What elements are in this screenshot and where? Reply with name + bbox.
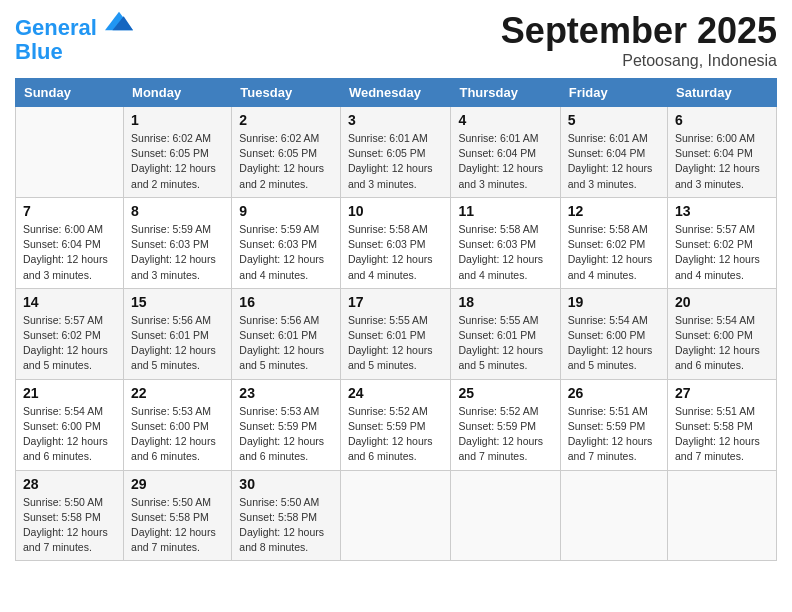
day-number: 15 bbox=[131, 294, 224, 310]
calendar-day-cell: 22Sunrise: 5:53 AMSunset: 6:00 PMDayligh… bbox=[124, 379, 232, 470]
title-area: September 2025 Petoosang, Indonesia bbox=[501, 10, 777, 70]
day-number: 2 bbox=[239, 112, 333, 128]
calendar-day-cell: 21Sunrise: 5:54 AMSunset: 6:00 PMDayligh… bbox=[16, 379, 124, 470]
day-number: 9 bbox=[239, 203, 333, 219]
calendar-day-cell: 8Sunrise: 5:59 AMSunset: 6:03 PMDaylight… bbox=[124, 197, 232, 288]
day-of-week-header: Thursday bbox=[451, 79, 560, 107]
day-info: Sunrise: 6:00 AMSunset: 6:04 PMDaylight:… bbox=[675, 131, 769, 192]
calendar-day-cell: 24Sunrise: 5:52 AMSunset: 5:59 PMDayligh… bbox=[340, 379, 451, 470]
calendar-day-cell: 6Sunrise: 6:00 AMSunset: 6:04 PMDaylight… bbox=[668, 107, 777, 198]
calendar-day-cell: 14Sunrise: 5:57 AMSunset: 6:02 PMDayligh… bbox=[16, 288, 124, 379]
day-of-week-header: Saturday bbox=[668, 79, 777, 107]
calendar-day-cell bbox=[560, 470, 667, 561]
logo-general: General bbox=[15, 15, 97, 40]
logo-blue: Blue bbox=[15, 39, 63, 64]
location-subtitle: Petoosang, Indonesia bbox=[501, 52, 777, 70]
day-info: Sunrise: 6:00 AMSunset: 6:04 PMDaylight:… bbox=[23, 222, 116, 283]
calendar-table: SundayMondayTuesdayWednesdayThursdayFrid… bbox=[15, 78, 777, 561]
day-number: 4 bbox=[458, 112, 552, 128]
day-number: 26 bbox=[568, 385, 660, 401]
calendar-day-cell: 16Sunrise: 5:56 AMSunset: 6:01 PMDayligh… bbox=[232, 288, 341, 379]
day-info: Sunrise: 5:57 AMSunset: 6:02 PMDaylight:… bbox=[23, 313, 116, 374]
day-number: 28 bbox=[23, 476, 116, 492]
day-info: Sunrise: 5:55 AMSunset: 6:01 PMDaylight:… bbox=[458, 313, 552, 374]
day-info: Sunrise: 5:59 AMSunset: 6:03 PMDaylight:… bbox=[239, 222, 333, 283]
day-info: Sunrise: 6:02 AMSunset: 6:05 PMDaylight:… bbox=[131, 131, 224, 192]
day-number: 24 bbox=[348, 385, 444, 401]
calendar-day-cell: 15Sunrise: 5:56 AMSunset: 6:01 PMDayligh… bbox=[124, 288, 232, 379]
day-number: 3 bbox=[348, 112, 444, 128]
day-of-week-header: Wednesday bbox=[340, 79, 451, 107]
calendar-day-cell: 12Sunrise: 5:58 AMSunset: 6:02 PMDayligh… bbox=[560, 197, 667, 288]
calendar-week-row: 1Sunrise: 6:02 AMSunset: 6:05 PMDaylight… bbox=[16, 107, 777, 198]
calendar-day-cell bbox=[451, 470, 560, 561]
day-info: Sunrise: 5:58 AMSunset: 6:03 PMDaylight:… bbox=[458, 222, 552, 283]
day-of-week-header: Monday bbox=[124, 79, 232, 107]
day-number: 21 bbox=[23, 385, 116, 401]
day-number: 23 bbox=[239, 385, 333, 401]
day-of-week-header: Tuesday bbox=[232, 79, 341, 107]
day-number: 17 bbox=[348, 294, 444, 310]
day-info: Sunrise: 6:02 AMSunset: 6:05 PMDaylight:… bbox=[239, 131, 333, 192]
day-number: 14 bbox=[23, 294, 116, 310]
day-number: 10 bbox=[348, 203, 444, 219]
day-info: Sunrise: 5:53 AMSunset: 6:00 PMDaylight:… bbox=[131, 404, 224, 465]
day-number: 22 bbox=[131, 385, 224, 401]
day-info: Sunrise: 5:55 AMSunset: 6:01 PMDaylight:… bbox=[348, 313, 444, 374]
calendar-day-cell: 28Sunrise: 5:50 AMSunset: 5:58 PMDayligh… bbox=[16, 470, 124, 561]
header: General Blue September 2025 Petoosang, I… bbox=[15, 10, 777, 70]
calendar-week-row: 21Sunrise: 5:54 AMSunset: 6:00 PMDayligh… bbox=[16, 379, 777, 470]
day-number: 19 bbox=[568, 294, 660, 310]
calendar-day-cell: 29Sunrise: 5:50 AMSunset: 5:58 PMDayligh… bbox=[124, 470, 232, 561]
calendar-day-cell: 30Sunrise: 5:50 AMSunset: 5:58 PMDayligh… bbox=[232, 470, 341, 561]
day-number: 8 bbox=[131, 203, 224, 219]
day-info: Sunrise: 5:54 AMSunset: 6:00 PMDaylight:… bbox=[568, 313, 660, 374]
day-number: 18 bbox=[458, 294, 552, 310]
day-number: 6 bbox=[675, 112, 769, 128]
day-info: Sunrise: 5:52 AMSunset: 5:59 PMDaylight:… bbox=[458, 404, 552, 465]
day-number: 13 bbox=[675, 203, 769, 219]
calendar-week-row: 28Sunrise: 5:50 AMSunset: 5:58 PMDayligh… bbox=[16, 470, 777, 561]
day-info: Sunrise: 5:56 AMSunset: 6:01 PMDaylight:… bbox=[239, 313, 333, 374]
day-info: Sunrise: 5:57 AMSunset: 6:02 PMDaylight:… bbox=[675, 222, 769, 283]
day-number: 1 bbox=[131, 112, 224, 128]
day-info: Sunrise: 6:01 AMSunset: 6:04 PMDaylight:… bbox=[458, 131, 552, 192]
calendar-day-cell: 7Sunrise: 6:00 AMSunset: 6:04 PMDaylight… bbox=[16, 197, 124, 288]
calendar-day-cell: 20Sunrise: 5:54 AMSunset: 6:00 PMDayligh… bbox=[668, 288, 777, 379]
day-info: Sunrise: 5:56 AMSunset: 6:01 PMDaylight:… bbox=[131, 313, 224, 374]
day-number: 7 bbox=[23, 203, 116, 219]
calendar-day-cell: 17Sunrise: 5:55 AMSunset: 6:01 PMDayligh… bbox=[340, 288, 451, 379]
day-info: Sunrise: 5:54 AMSunset: 6:00 PMDaylight:… bbox=[675, 313, 769, 374]
calendar-week-row: 14Sunrise: 5:57 AMSunset: 6:02 PMDayligh… bbox=[16, 288, 777, 379]
calendar-day-cell bbox=[668, 470, 777, 561]
calendar-day-cell: 26Sunrise: 5:51 AMSunset: 5:59 PMDayligh… bbox=[560, 379, 667, 470]
calendar-day-cell: 23Sunrise: 5:53 AMSunset: 5:59 PMDayligh… bbox=[232, 379, 341, 470]
calendar-day-cell bbox=[16, 107, 124, 198]
day-number: 30 bbox=[239, 476, 333, 492]
day-number: 20 bbox=[675, 294, 769, 310]
logo: General Blue bbox=[15, 15, 133, 64]
day-info: Sunrise: 5:53 AMSunset: 5:59 PMDaylight:… bbox=[239, 404, 333, 465]
day-info: Sunrise: 6:01 AMSunset: 6:04 PMDaylight:… bbox=[568, 131, 660, 192]
calendar-header-row: SundayMondayTuesdayWednesdayThursdayFrid… bbox=[16, 79, 777, 107]
calendar-day-cell: 10Sunrise: 5:58 AMSunset: 6:03 PMDayligh… bbox=[340, 197, 451, 288]
calendar-body: 1Sunrise: 6:02 AMSunset: 6:05 PMDaylight… bbox=[16, 107, 777, 561]
day-number: 12 bbox=[568, 203, 660, 219]
day-number: 25 bbox=[458, 385, 552, 401]
calendar-day-cell bbox=[340, 470, 451, 561]
day-of-week-header: Friday bbox=[560, 79, 667, 107]
day-number: 16 bbox=[239, 294, 333, 310]
day-info: Sunrise: 5:51 AMSunset: 5:58 PMDaylight:… bbox=[675, 404, 769, 465]
day-info: Sunrise: 5:59 AMSunset: 6:03 PMDaylight:… bbox=[131, 222, 224, 283]
calendar-day-cell: 4Sunrise: 6:01 AMSunset: 6:04 PMDaylight… bbox=[451, 107, 560, 198]
day-info: Sunrise: 5:52 AMSunset: 5:59 PMDaylight:… bbox=[348, 404, 444, 465]
calendar-day-cell: 5Sunrise: 6:01 AMSunset: 6:04 PMDaylight… bbox=[560, 107, 667, 198]
calendar-day-cell: 27Sunrise: 5:51 AMSunset: 5:58 PMDayligh… bbox=[668, 379, 777, 470]
calendar-day-cell: 18Sunrise: 5:55 AMSunset: 6:01 PMDayligh… bbox=[451, 288, 560, 379]
day-info: Sunrise: 5:50 AMSunset: 5:58 PMDaylight:… bbox=[23, 495, 116, 556]
calendar-day-cell: 25Sunrise: 5:52 AMSunset: 5:59 PMDayligh… bbox=[451, 379, 560, 470]
logo-icon bbox=[105, 7, 133, 35]
calendar-day-cell: 11Sunrise: 5:58 AMSunset: 6:03 PMDayligh… bbox=[451, 197, 560, 288]
day-info: Sunrise: 5:58 AMSunset: 6:03 PMDaylight:… bbox=[348, 222, 444, 283]
calendar-day-cell: 2Sunrise: 6:02 AMSunset: 6:05 PMDaylight… bbox=[232, 107, 341, 198]
